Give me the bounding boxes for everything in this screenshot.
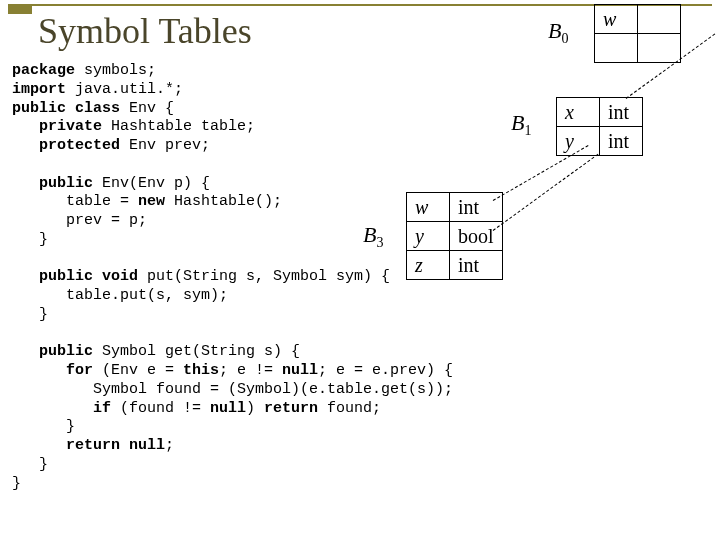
slide: Symbol Tables package symbols; import ja… (0, 0, 720, 540)
cell: int (450, 251, 503, 280)
page-title: Symbol Tables (38, 10, 252, 52)
cell: w (595, 5, 638, 34)
table-b0: w (594, 4, 681, 63)
label-b3: B3 (363, 222, 383, 251)
cell (638, 34, 681, 63)
table-b3: wint ybool zint (406, 192, 503, 280)
cell: y (407, 222, 450, 251)
label-b1: B1 (511, 110, 531, 139)
pointer-b3-b1-a (493, 145, 589, 201)
code-block: package symbols; import java.util.*; pub… (12, 62, 453, 493)
cell: int (450, 193, 503, 222)
cell: z (407, 251, 450, 280)
pointer-b3-b1-b (493, 154, 599, 231)
table-b1: xint yint (556, 97, 643, 156)
cell: int (600, 127, 643, 156)
cell (595, 34, 638, 63)
cell: w (407, 193, 450, 222)
cell (638, 5, 681, 34)
cell: x (557, 98, 600, 127)
cell: int (600, 98, 643, 127)
title-accent (8, 4, 32, 14)
label-b0: B0 (548, 18, 568, 47)
cell: bool (450, 222, 503, 251)
